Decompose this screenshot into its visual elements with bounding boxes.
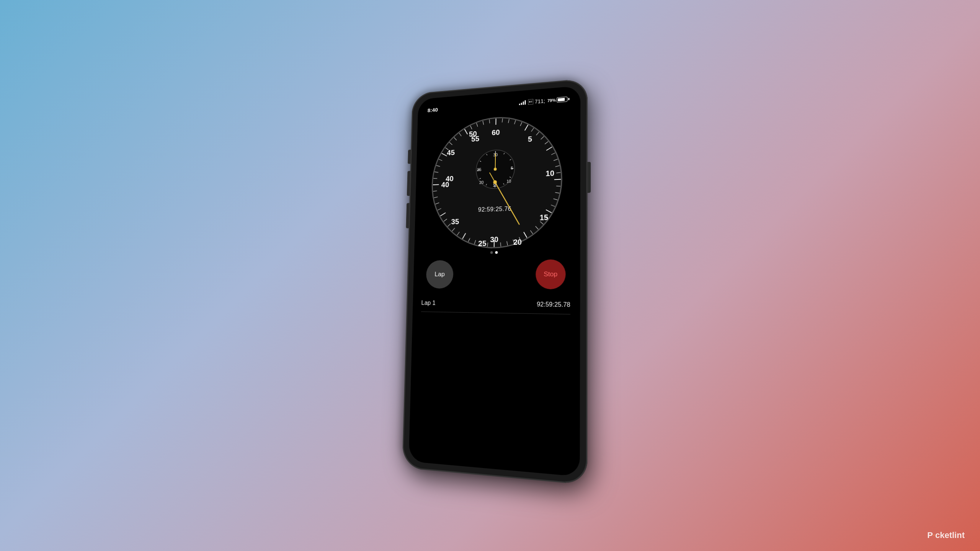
svg-text:40: 40 [446,174,454,183]
battery-percent: 79% [547,98,556,103]
signal-bar-3 [523,101,524,105]
signal-bar-2 [521,103,522,105]
battery-tip [568,98,569,100]
clock-svg: // This won't run in SVG context, draw t… [429,111,564,250]
lap-label: Lap 1 [421,300,435,306]
svg-text:55: 55 [471,135,479,143]
svg-text:25: 25 [478,239,487,248]
status-icons:  711; 79% [519,96,570,106]
wifi-icon:  711; [528,98,545,105]
watermark-dot: · [933,530,935,540]
svg-text:10: 10 [506,179,511,183]
watermark: P·cketlint [927,530,965,540]
lap-list: Lap 1 92:59:25.78 [409,294,580,477]
lap-item: Lap 1 92:59:25.78 [421,294,570,314]
battery-icon: 79% [547,96,570,103]
signal-bar-1 [519,104,520,105]
volume-down-button [406,203,409,228]
svg-text:5: 5 [511,166,513,170]
battery-fill [558,98,565,101]
phone-wrapper: 8:40  711; 79% [402,78,587,485]
stop-button[interactable]: Stop [536,259,566,289]
svg-text:30: 30 [490,235,498,243]
svg-line-94 [495,154,496,169]
battery-body [557,96,567,103]
svg-text:5: 5 [528,135,532,143]
svg-text:35: 35 [451,217,459,226]
silent-switch [408,150,411,164]
lap-button[interactable]: Lap [426,260,454,289]
controls-row: Lap Stop [413,253,580,296]
svg-text:10: 10 [546,169,554,178]
svg-line-17 [556,186,560,186]
signal-bar-4 [524,100,526,105]
svg-text:25: 25 [477,167,482,172]
phone-screen: 8:40  711; 79% [409,86,581,477]
clock-face: // This won't run in SVG context, draw t… [429,111,564,250]
signal-bars-icon [519,100,526,105]
svg-text:20: 20 [513,238,522,246]
svg-line-16 [554,179,561,180]
svg-text:92:59:25.76: 92:59:25.76 [478,205,511,213]
svg-text:60: 60 [492,128,500,137]
svg-text:15: 15 [539,213,548,222]
status-time: 8:40 [428,106,438,113]
watermark-text: P·cketlint [927,530,965,540]
stopwatch-content: // This won't run in SVG context, draw t… [409,106,581,477]
svg-text:20: 20 [479,180,484,184]
phone-case: 8:40  711; 79% [402,78,587,485]
lap-time: 92:59:25.78 [537,301,570,308]
svg-line-46 [433,184,439,185]
svg-line-47 [433,178,437,179]
svg-text:45: 45 [447,148,455,157]
volume-up-button [407,171,410,196]
notch [474,91,518,106]
